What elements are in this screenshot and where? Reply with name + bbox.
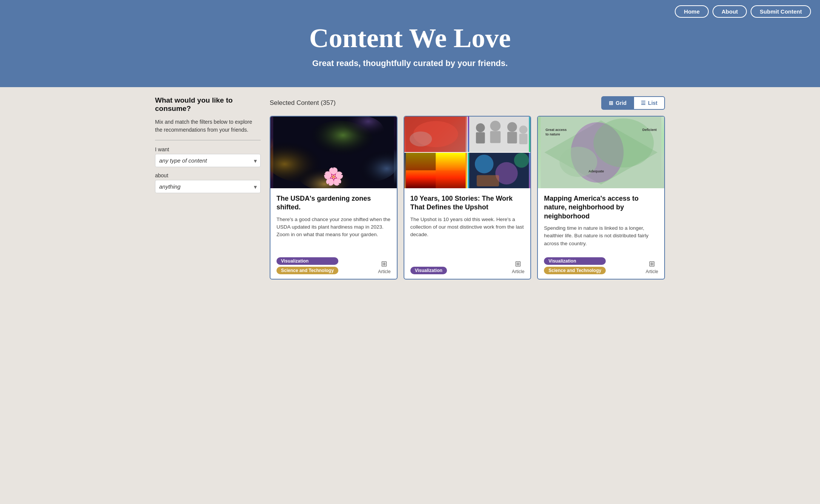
content-type-select[interactable]: any type of content articles visualizati… <box>155 154 261 167</box>
article-icon-3: ⊞ <box>649 259 655 268</box>
card-3[interactable]: Great accessto nature Deficient Adequate… <box>537 116 665 280</box>
card-2-img-quad-4 <box>468 153 530 188</box>
upshot-pattern-svg <box>468 153 530 188</box>
card-2-footer: Visualization ⊞ Article <box>404 255 531 279</box>
card-2[interactable]: 10 Years, 100 Stories: The Work That Def… <box>404 116 531 280</box>
svg-rect-19 <box>406 153 436 171</box>
content-count: Selected Content (357) <box>270 99 336 107</box>
list-label: List <box>648 100 657 106</box>
card-3-title: Mapping America's access to nature, neig… <box>544 194 658 221</box>
upshot-heatmap-svg <box>404 153 467 188</box>
article-icon-2: ⊞ <box>515 259 521 268</box>
card-3-description: Spending time in nature is linked to a l… <box>544 224 658 247</box>
grid-view-button[interactable]: ⊞ Grid <box>601 96 634 110</box>
filter-1-container: I want any type of content articles visu… <box>155 146 261 167</box>
hero-subtitle: Great reads, thoughtfully curated by you… <box>8 58 812 68</box>
svg-rect-20 <box>436 171 465 188</box>
card-1-title: The USDA's gardening zones shifted. <box>276 194 391 212</box>
card-1-tag-science: Science and Technology <box>276 267 338 274</box>
card-2-title: 10 Years, 100 Stories: The Work That Def… <box>410 194 525 212</box>
card-1[interactable]: 🌸 The USDA's gardening zones shifted. Th… <box>270 116 398 280</box>
card-3-body: Mapping America's access to nature, neig… <box>538 188 664 254</box>
nature-map-deficient-label: Deficient <box>642 128 657 132</box>
svg-point-29 <box>594 118 654 167</box>
navigation: Home About Submit Content <box>666 0 820 23</box>
svg-point-14 <box>507 122 517 132</box>
card-2-type-label: Article <box>512 269 524 274</box>
home-button[interactable]: Home <box>675 5 709 18</box>
card-3-tag-visualization: Visualization <box>544 257 606 265</box>
sidebar-heading: What would you like to consume? <box>155 96 261 113</box>
svg-point-22 <box>475 155 493 173</box>
svg-rect-15 <box>507 132 517 144</box>
card-3-tag-science: Science and Technology <box>544 267 606 274</box>
card-2-body: 10 Years, 100 Stories: The Work That Def… <box>404 188 531 255</box>
filter-2-label: about <box>155 172 261 178</box>
nature-map-adequate-label: Adequate <box>588 169 604 173</box>
svg-point-24 <box>514 153 529 168</box>
filter-2-container: about anything science technology politi… <box>155 172 261 193</box>
card-1-image: 🌸 <box>270 117 397 188</box>
filter-1-wrapper: any type of content articles visualizati… <box>155 154 261 167</box>
card-3-article-type: ⊞ Article <box>646 259 658 274</box>
svg-rect-13 <box>490 131 501 143</box>
card-3-footer: Visualization Science and Technology ⊞ A… <box>538 254 664 279</box>
grid-label: Grid <box>616 100 627 106</box>
card-3-type-label: Article <box>646 269 658 274</box>
grid-icon: ⊞ <box>609 100 613 106</box>
card-1-description: There's a good chance your zone shifted … <box>276 216 391 247</box>
card-2-image <box>404 117 531 188</box>
svg-rect-25 <box>477 175 499 186</box>
topic-select[interactable]: anything science technology politics cul… <box>155 180 261 193</box>
about-button[interactable]: About <box>713 5 747 18</box>
nature-map-great-access-label: Great accessto nature <box>545 128 567 137</box>
article-icon-1: ⊞ <box>381 259 387 268</box>
content-header: Selected Content (357) ⊞ Grid ☰ List <box>270 96 665 110</box>
svg-point-12 <box>490 121 501 131</box>
sidebar-divider <box>155 140 261 140</box>
sidebar: What would you like to consume? Mix and … <box>155 96 261 280</box>
submit-content-button[interactable]: Submit Content <box>751 5 811 18</box>
content-area: Selected Content (357) ⊞ Grid ☰ List <box>270 96 665 280</box>
nature-map-svg <box>538 117 664 188</box>
flower-character-icon: 🌸 <box>323 168 344 185</box>
svg-point-8 <box>410 132 432 147</box>
card-2-img-quad-3 <box>404 153 467 188</box>
card-2-img-quad-1 <box>404 117 467 152</box>
filter-2-wrapper: anything science technology politics cul… <box>155 180 261 193</box>
card-3-image: Great accessto nature Deficient Adequate <box>538 117 664 188</box>
sidebar-description: Mix and match the filters below to explo… <box>155 118 261 134</box>
card-1-tag-visualization: Visualization <box>276 257 338 265</box>
svg-point-16 <box>519 126 528 134</box>
card-2-article-type: ⊞ Article <box>512 259 524 274</box>
upshot-map-svg <box>404 117 467 152</box>
card-3-tags: Visualization Science and Technology <box>544 257 606 274</box>
card-1-body: The USDA's gardening zones shifted. Ther… <box>270 188 397 254</box>
card-1-article-type: ⊞ Article <box>378 259 390 274</box>
view-toggle: ⊞ Grid ☰ List <box>601 96 665 110</box>
upshot-people-svg <box>468 117 530 152</box>
hero-title: Content We Love <box>8 23 812 54</box>
card-1-footer: Visualization Science and Technology ⊞ A… <box>270 254 397 279</box>
card-2-img-quad-2 <box>468 117 530 152</box>
card-2-description: The Upshot is 10 years old this week. He… <box>410 216 525 249</box>
filter-1-label: I want <box>155 146 261 152</box>
main-layout: What would you like to consume? Mix and … <box>146 87 674 295</box>
svg-rect-11 <box>476 132 485 144</box>
list-icon: ☰ <box>641 100 646 106</box>
card-1-type-label: Article <box>378 269 390 274</box>
cards-grid: 🌸 The USDA's gardening zones shifted. Th… <box>270 116 665 280</box>
card-1-tags: Visualization Science and Technology <box>276 257 338 274</box>
svg-point-10 <box>476 123 485 132</box>
card-2-tags: Visualization <box>410 267 447 274</box>
card-2-tag-visualization: Visualization <box>410 267 447 274</box>
list-view-button[interactable]: ☰ List <box>634 96 665 110</box>
svg-rect-17 <box>519 134 528 144</box>
